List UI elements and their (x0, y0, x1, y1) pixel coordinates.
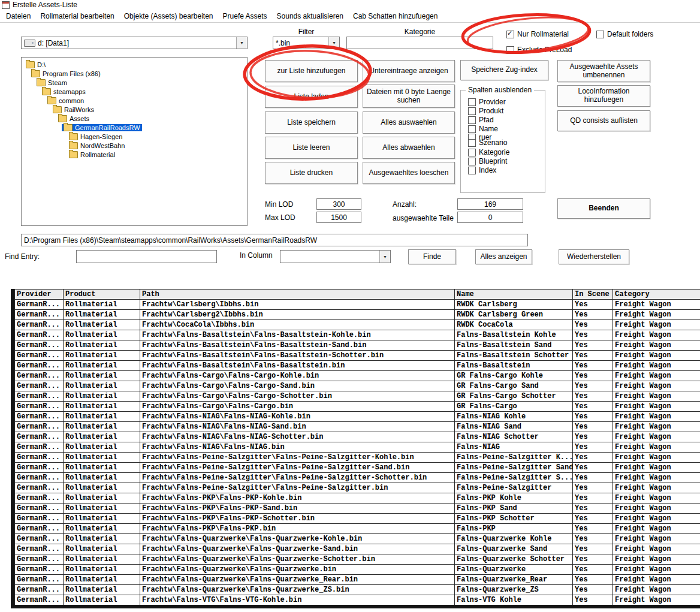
table-row[interactable]: GermanR...RollmaterialFrachtw\Falns-Quar… (15, 544, 700, 554)
kategorie-input[interactable] (346, 37, 493, 49)
liste-laden-button[interactable]: Liste laden (265, 86, 358, 108)
table-row[interactable]: GermanR...RollmaterialFrachtw\Falns-VTG\… (15, 595, 700, 605)
table-row[interactable]: GermanR...RollmaterialFrachtw\Falns-Quar… (15, 554, 700, 565)
table-row[interactable]: GermanR...RollmaterialFrachtw\Falns-NIAG… (15, 442, 700, 453)
liste-drucken-button[interactable]: Liste drucken (265, 162, 358, 184)
locoinformation-button[interactable]: LocoInformation hinzufuegen (557, 85, 650, 107)
table-row[interactable]: GermanR...RollmaterialFrachtw\Falns-PKP\… (15, 524, 700, 534)
table-row[interactable]: GermanR...RollmaterialFrachtw\Falns-Quar… (15, 575, 700, 585)
wiederherstellen-button[interactable]: Wiederherstellen (559, 249, 629, 264)
tree-item[interactable]: RailWorks (22, 105, 247, 114)
menu-item-rollmaterial-bearbeiten[interactable]: Rollmaterial bearbeiten (35, 10, 119, 22)
menu-item-sounds-aktualisieren[interactable]: Sounds aktualisieren (272, 10, 348, 22)
table-row[interactable]: GermanR...RollmaterialFrachtw\Falns-Carg… (15, 402, 700, 412)
menu-item-pruefe-assets[interactable]: Pruefe Assets (218, 10, 272, 22)
table-row[interactable]: GermanR...RollmaterialFrachtw\Falns-Carg… (15, 381, 700, 391)
tree-item[interactable]: Program Files (x86) (22, 69, 247, 78)
ausgewaehltes-loeschen-button[interactable]: Ausgewaehltes loeschen (363, 162, 455, 184)
table-row[interactable]: GermanR...RollmaterialFrachtw\Falns-Carg… (15, 371, 700, 381)
find-entry-input[interactable] (76, 250, 217, 263)
table-cell: Falns-Peine-Salzgitter (455, 483, 573, 493)
hide-column-checkbox[interactable]: Index (468, 166, 496, 174)
table-row[interactable]: GermanR...RollmaterialFrachtw\Falns-NIAG… (15, 432, 700, 442)
tree-item[interactable]: common (22, 96, 247, 105)
table-row[interactable]: GermanR...RollmaterialFrachtw\Falns-Basa… (15, 330, 700, 340)
table-cell: Yes (573, 473, 613, 483)
table-row[interactable]: GermanR...RollmaterialFrachtw\Falns-Quar… (15, 585, 700, 595)
nur-rollmaterial-label: Nur Rollmaterial (517, 30, 569, 38)
column-header[interactable]: Product (64, 290, 140, 300)
table-row[interactable]: GermanR...RollmaterialFrachtw\Falns-Pein… (15, 463, 700, 473)
liste-leeren-button[interactable]: Liste leeren (265, 137, 358, 159)
table-row[interactable]: GermanR...RollmaterialFrachtw\Falns-Pein… (15, 483, 700, 493)
speichere-zug-index-button[interactable]: Speichere Zug-index (460, 60, 548, 80)
finde-button[interactable]: Finde (408, 249, 456, 264)
column-header[interactable]: In Scene (573, 290, 613, 300)
table-row[interactable]: GermanR...RollmaterialFrachtw\Falns-Pein… (15, 473, 700, 483)
table-row[interactable]: GermanR...RollmaterialFrachtw\Falns-PKP\… (15, 514, 700, 524)
table-row[interactable]: GermanR...RollmaterialFrachtw\Falns-PKP\… (15, 493, 700, 504)
table-row[interactable]: GermanR...RollmaterialFrachtw\Carlsberg\… (15, 300, 700, 310)
tree-item[interactable]: NordWestBahn (22, 141, 247, 150)
min-lod-input[interactable] (316, 198, 361, 210)
tree-item[interactable]: GermanRailRoadsRW (22, 123, 247, 132)
zur-liste-hinzufuegen-button[interactable]: zur Liste hinzufuegen (265, 60, 358, 82)
table-row[interactable]: GermanR...RollmaterialFrachtw\Falns-Carg… (15, 391, 700, 402)
exclude-preload-label: Exclude PreLoad (517, 46, 572, 54)
table-row[interactable]: GermanR...RollmaterialFrachtw\Falns-Quar… (15, 534, 700, 544)
beenden-button[interactable]: Beenden (557, 198, 650, 219)
tree-item[interactable]: D:\ (22, 60, 247, 69)
current-path-field[interactable] (21, 234, 528, 246)
menu-item-dateien[interactable]: Dateien (1, 10, 35, 22)
table-cell: Freight Wagon (613, 453, 700, 463)
table-row[interactable]: GermanR...RollmaterialFrachtw\Falns-Basa… (15, 351, 700, 361)
table-row[interactable]: GermanR...RollmaterialFrachtw\Falns-Quar… (15, 565, 700, 575)
hide-column-checkbox[interactable]: Produkt (468, 107, 503, 115)
hide-column-checkbox[interactable]: Szenario (468, 138, 507, 147)
table-cell: Frachtw\Falns-Quarzwerke\Falns-Quarzwerk… (140, 565, 455, 575)
table-row[interactable]: GermanR...RollmaterialFrachtw\Falns-PKP\… (15, 504, 700, 514)
table-cell: Yes (573, 534, 613, 544)
tree-item[interactable]: steamapps (22, 87, 247, 96)
assets-umbenennen-button[interactable]: Ausgewaehlte Assets umbenennen (557, 60, 650, 82)
table-row[interactable]: GermanR...RollmaterialFrachtw\Falns-Basa… (15, 340, 700, 351)
untereintraege-anzeigen-button[interactable]: Untereintraege anzeigen (363, 60, 455, 82)
tree-item[interactable]: Rollmaterial (22, 150, 247, 159)
default-folders-checkbox[interactable]: Default folders (596, 30, 653, 38)
table-cell: GermanR... (15, 422, 64, 432)
menu-item-cab-schatten[interactable]: Cab Schatten hinzufuegen (348, 10, 442, 22)
hide-column-checkbox[interactable]: Pfad (468, 116, 494, 124)
hide-column-checkbox[interactable]: Kategorie (468, 148, 509, 156)
table-cell: Yes (573, 453, 613, 463)
table-row[interactable]: GermanR...RollmaterialFrachtw\Falns-Pein… (15, 453, 700, 463)
tree-item[interactable]: Hagen-Siegen (22, 132, 247, 141)
tree-item[interactable]: Assets (22, 114, 247, 123)
filter-combo[interactable]: *.bin ▼ (273, 37, 340, 49)
alles-abwaehlen-button[interactable]: Alles abwaehlen (363, 137, 455, 159)
table-row[interactable]: GermanR...RollmaterialFrachtw\Falns-NIAG… (15, 422, 700, 432)
dateien-0-byte-button[interactable]: Dateien mit 0 byte Laenge suchen (363, 85, 455, 108)
column-header[interactable]: Name (455, 290, 573, 300)
column-header[interactable]: Provider (15, 290, 64, 300)
table-row[interactable]: GermanR...RollmaterialFrachtw\CocaCola\I… (15, 320, 700, 330)
drive-combo[interactable]: d: [Data1] ▼ (21, 37, 248, 49)
alles-auswaehlen-button[interactable]: Alles auswaehlen (363, 111, 455, 134)
nur-rollmaterial-checkbox[interactable]: Nur Rollmaterial (506, 30, 569, 38)
table-cell: Rollmaterial (64, 514, 140, 524)
max-lod-input[interactable] (316, 212, 361, 223)
table-row[interactable]: GermanR...RollmaterialFrachtw\Falns-NIAG… (15, 412, 700, 422)
tree-item[interactable]: Steam (22, 78, 247, 87)
qd-consists-button[interactable]: QD consists auflisten (557, 110, 650, 131)
hide-column-checkbox[interactable]: Blueprint (468, 157, 507, 165)
liste-speichern-button[interactable]: Liste speichern (265, 111, 358, 134)
exclude-preload-checkbox[interactable]: Exclude PreLoad (506, 46, 572, 54)
hide-column-checkbox[interactable]: Name (468, 125, 498, 133)
table-row[interactable]: GermanR...RollmaterialFrachtw\Carlsberg2… (15, 310, 700, 320)
menu-item-objekte-bearbeiten[interactable]: Objekte (Assets) bearbeiten (119, 10, 218, 22)
hide-column-checkbox[interactable]: Provider (468, 98, 506, 106)
column-header[interactable]: Category (613, 290, 700, 300)
column-header[interactable]: Path (140, 290, 455, 300)
in-column-combo[interactable]: ▼ (280, 250, 391, 263)
alles-anzeigen-button[interactable]: Alles anzeigen (475, 249, 532, 264)
table-row[interactable]: GermanR...RollmaterialFrachtw\Falns-Basa… (15, 361, 700, 371)
